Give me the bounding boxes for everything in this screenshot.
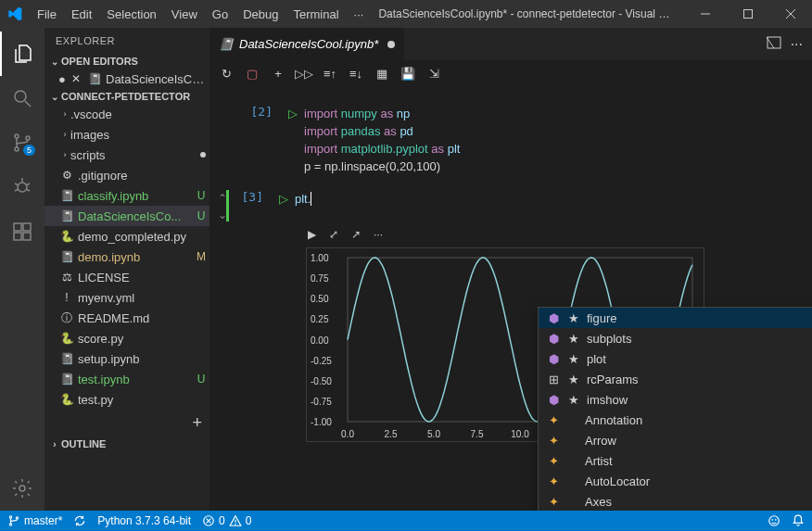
file-row[interactable]: ⓘREADME.md bbox=[44, 308, 209, 328]
run-cell-button[interactable]: ▷ bbox=[282, 105, 304, 175]
window-close-button[interactable] bbox=[769, 0, 812, 28]
suggest-item[interactable]: ✦Artist bbox=[539, 450, 812, 471]
file-row[interactable]: !myenv.yml bbox=[44, 287, 209, 308]
new-file-button[interactable]: + bbox=[192, 413, 202, 433]
window-maximize-button[interactable] bbox=[727, 0, 769, 28]
section-open-editors[interactable]: ⌄OPEN EDITORS bbox=[44, 54, 209, 69]
file-row[interactable]: 🐍test.py bbox=[44, 389, 209, 410]
activity-settings[interactable] bbox=[0, 466, 44, 511]
menu-overflow[interactable]: ··· bbox=[347, 7, 372, 21]
file-type-icon: 🐍 bbox=[59, 230, 74, 243]
y-tick-label: -0.75 bbox=[311, 396, 332, 406]
section-folder[interactable]: ⌄CONNECT-PETDETECTOR bbox=[44, 89, 209, 104]
bell-icon bbox=[792, 514, 805, 527]
activity-debug[interactable] bbox=[0, 165, 44, 209]
folder-row[interactable]: ›images bbox=[44, 124, 209, 145]
suggest-item[interactable]: ⊞★rcParams bbox=[539, 369, 812, 389]
suggest-item[interactable]: ⬢★subplots bbox=[539, 328, 812, 348]
activity-source-control[interactable]: 5 bbox=[0, 120, 44, 165]
file-row[interactable]: 📓DataScienceIsCo...U bbox=[44, 206, 209, 226]
menu-edit[interactable]: Edit bbox=[64, 0, 99, 28]
more-actions-button[interactable]: ··· bbox=[791, 36, 803, 53]
status-python[interactable]: Python 3.7.3 64-bit bbox=[97, 514, 191, 527]
status-branch[interactable]: master* bbox=[7, 514, 62, 527]
close-icon[interactable]: ✕ bbox=[69, 72, 83, 85]
file-row[interactable]: ⚙.gitignore bbox=[44, 165, 209, 185]
file-row[interactable]: 📓test.ipynbU bbox=[44, 369, 209, 389]
chevron-right-icon: › bbox=[48, 439, 61, 449]
activity-explorer[interactable] bbox=[0, 32, 44, 76]
menu-selection[interactable]: Selection bbox=[99, 0, 163, 28]
file-row[interactable]: 📓demo.ipynbM bbox=[44, 247, 209, 267]
split-editor-button[interactable] bbox=[767, 35, 781, 53]
file-label: DataScienceIsCo... bbox=[78, 209, 193, 223]
suggest-item[interactable]: ✦Axes bbox=[539, 491, 812, 511]
folder-row[interactable]: ›.vscode bbox=[44, 104, 209, 124]
svg-line-12 bbox=[26, 183, 30, 185]
code-cell-3[interactable]: ⌃⌄ [3] ▷ plt. bbox=[209, 190, 812, 221]
suggest-kind-icon: ⊞ bbox=[546, 373, 561, 386]
run-above-button[interactable]: ≡↑ bbox=[323, 66, 337, 81]
star-icon: ★ bbox=[568, 373, 579, 386]
chevron-right-icon: › bbox=[59, 130, 70, 139]
file-label: classify.ipynb bbox=[78, 189, 193, 203]
chevron-down-icon: ⌄ bbox=[48, 57, 61, 67]
file-tree: ›.vscode›images›scripts⚙.gitignore📓class… bbox=[44, 104, 209, 410]
cell-collapse[interactable] bbox=[209, 105, 235, 175]
intellisense-popup[interactable]: ⬢★figureⓘ⬢★subplots⬢★plot⊞★rcParams⬢★ims… bbox=[538, 307, 812, 511]
suggest-item[interactable]: ✦Annotation bbox=[539, 410, 812, 430]
status-problems[interactable]: 0 0 bbox=[202, 514, 251, 527]
suggest-item[interactable]: ✦Arrow bbox=[539, 430, 812, 450]
x-tick-label: 2.5 bbox=[385, 429, 398, 439]
activity-extensions[interactable] bbox=[0, 209, 44, 254]
menu-view[interactable]: View bbox=[164, 0, 205, 28]
suggest-item[interactable]: ✦AutoLocator bbox=[539, 471, 812, 491]
run-below-button[interactable]: ≡↓ bbox=[349, 66, 363, 81]
activity-search[interactable] bbox=[0, 76, 44, 120]
interrupt-kernel-button[interactable]: ▢ bbox=[245, 66, 260, 81]
open-editor-label: DataScienceIsCoo... bbox=[106, 72, 209, 86]
run-output-button[interactable]: ▶ bbox=[304, 227, 319, 242]
suggest-item[interactable]: ⬢★figureⓘ bbox=[539, 308, 812, 328]
y-tick-label: 0.50 bbox=[311, 294, 328, 304]
export-button[interactable]: ⇲ bbox=[426, 66, 441, 81]
section-outline[interactable]: ›OUTLINE bbox=[44, 436, 209, 451]
menu-file[interactable]: File bbox=[30, 0, 64, 28]
save-button[interactable]: 💾 bbox=[400, 66, 415, 81]
cell-code[interactable]: plt. bbox=[295, 190, 812, 221]
suggest-item[interactable]: ⬢★plot bbox=[539, 348, 812, 369]
star-icon: ★ bbox=[568, 332, 579, 346]
cell-code[interactable]: import numpy as np import pandas as pd i… bbox=[304, 105, 812, 175]
status-notifications[interactable] bbox=[792, 514, 805, 527]
status-feedback[interactable] bbox=[768, 514, 780, 527]
folder-row[interactable]: ›scripts bbox=[44, 145, 209, 165]
svg-point-33 bbox=[775, 520, 776, 521]
run-cell-button[interactable]: ▷ bbox=[273, 190, 295, 221]
file-row[interactable]: 📓setup.ipynb bbox=[44, 348, 209, 369]
file-row[interactable]: ⚖LICENSE bbox=[44, 267, 209, 287]
run-all-button[interactable]: ▷▷ bbox=[297, 66, 311, 81]
status-sync[interactable] bbox=[73, 514, 86, 527]
file-type-icon: ⚖ bbox=[59, 271, 74, 284]
add-cell-button[interactable]: + bbox=[271, 66, 285, 81]
open-editor-item[interactable]: ● ✕ 📓 DataScienceIsCoo... bbox=[44, 69, 209, 89]
window-minimize-button[interactable] bbox=[684, 0, 727, 28]
suggest-label: Annotation bbox=[585, 413, 642, 427]
file-row[interactable]: 🐍demo_completed.py bbox=[44, 226, 209, 247]
tab-notebook[interactable]: 📓 DataScienceIsCool.ipynb* bbox=[209, 28, 405, 60]
file-row[interactable]: 🐍score.py bbox=[44, 328, 209, 348]
y-tick-label: -1.00 bbox=[311, 417, 332, 427]
menu-debug[interactable]: Debug bbox=[235, 0, 285, 28]
file-label: demo_completed.py bbox=[78, 230, 209, 244]
restart-kernel-button[interactable]: ↻ bbox=[219, 66, 234, 81]
code-cell-2[interactable]: [2] ▷ import numpy as np import pandas a… bbox=[209, 105, 812, 175]
more-output-button[interactable]: ··· bbox=[371, 227, 386, 242]
menu-terminal[interactable]: Terminal bbox=[285, 0, 346, 28]
file-row[interactable]: 📓classify.ipynbU bbox=[44, 185, 209, 206]
suggest-item[interactable]: ⬢★imshow bbox=[539, 389, 812, 410]
expand-output-button[interactable]: ⤢ bbox=[326, 227, 341, 242]
menu-go[interactable]: Go bbox=[205, 0, 235, 28]
suggest-kind-icon: ⬢ bbox=[546, 311, 561, 325]
variables-button[interactable]: ▦ bbox=[374, 66, 389, 81]
goto-button[interactable]: ↗ bbox=[349, 227, 363, 242]
